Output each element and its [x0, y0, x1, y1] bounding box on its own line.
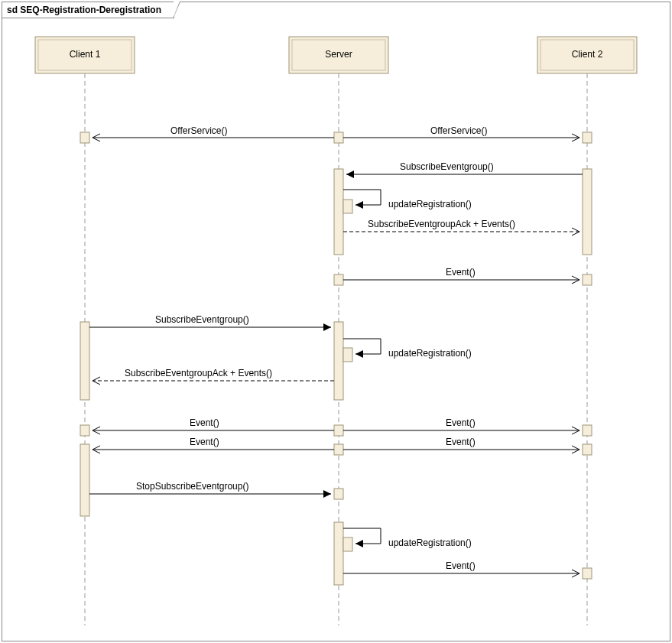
activation-box — [334, 322, 343, 400]
msg-event-to-c1-b: Event() — [190, 437, 219, 447]
activation-box — [583, 169, 592, 255]
msg-event-to-c1-a: Event() — [190, 417, 219, 428]
frame-title-text: sd SEQ-Registration-Deregistration — [7, 5, 161, 15]
msg-event-to-c2-1: Event() — [446, 267, 476, 278]
msg-offer-right: OfferService() — [430, 125, 487, 136]
svg-marker-25 — [323, 490, 331, 498]
sequence-diagram-svg: Client 1 Server Client 2 OfferService() … — [2, 2, 670, 641]
activation-box — [334, 522, 343, 585]
activation-box — [583, 444, 592, 455]
svg-marker-26 — [355, 540, 363, 547]
activation-box — [334, 169, 343, 255]
lifeline-client1-label: Client 1 — [70, 49, 101, 60]
activation-box — [334, 425, 343, 436]
msg-event-to-c2-a: Event() — [446, 417, 476, 428]
svg-marker-18 — [355, 350, 363, 358]
activation-box — [80, 425, 89, 436]
msg-sub-ack-to-c1: SubscribeEventgroupAck + Events() — [125, 368, 272, 378]
msg-event-to-c2-b: Event() — [446, 437, 476, 447]
activation-box — [583, 132, 592, 143]
activation-box — [343, 348, 352, 362]
activation-box — [583, 568, 592, 579]
activation-box — [583, 425, 592, 436]
svg-marker-13 — [355, 201, 363, 209]
lifeline-server-label: Server — [325, 49, 352, 60]
activation-box — [80, 132, 89, 143]
svg-marker-17 — [323, 323, 331, 331]
msg-sub-ack-to-c2: SubscribeEventgroupAck + Events() — [368, 219, 515, 229]
lifeline-client2: Client 2 — [537, 37, 637, 625]
activation-box — [343, 200, 352, 213]
activation-box — [80, 322, 89, 400]
msg-update-reg-1: updateRegistration() — [388, 199, 472, 209]
activation-box — [334, 274, 343, 285]
sequence-diagram-frame: sd SEQ-Registration-Deregistration Clien… — [2, 2, 670, 641]
activation-box — [583, 274, 592, 285]
activation-box — [80, 444, 89, 516]
msg-event-to-c2-final: Event() — [446, 560, 476, 571]
msg-stop-sub-c1: StopSubscribeEventgroup() — [136, 481, 248, 492]
msg-sub-from-c1: SubscribeEventgroup() — [155, 314, 249, 325]
activation-box — [334, 132, 343, 143]
msg-sub-from-c2: SubscribeEventgroup() — [400, 161, 494, 172]
msg-update-reg-2: updateRegistration() — [388, 348, 472, 359]
activation-box — [334, 489, 343, 499]
frame-title: sd SEQ-Registration-Deregistration — [2, 2, 174, 18]
svg-marker-12 — [346, 170, 354, 178]
lifeline-client2-label: Client 2 — [572, 49, 603, 60]
activation-box — [343, 537, 352, 551]
msg-update-reg-3: updateRegistration() — [388, 537, 472, 548]
activation-box — [334, 444, 343, 455]
msg-offer-left: OfferService() — [170, 125, 227, 136]
